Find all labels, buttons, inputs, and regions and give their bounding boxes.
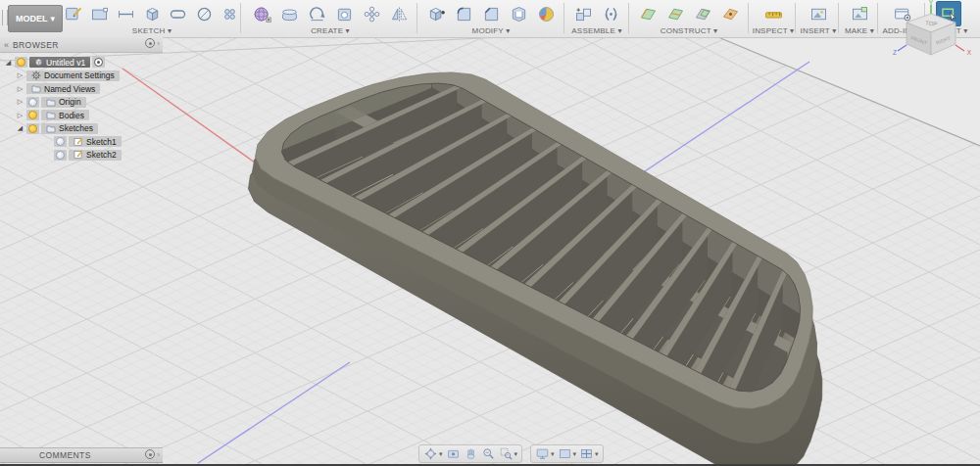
axis-plane-icon[interactable]: [691, 2, 714, 25]
comments-chevron-icon[interactable]: ›: [157, 450, 160, 459]
toolbar-group-label[interactable]: MAKE ▾: [841, 26, 878, 35]
press-pull-icon[interactable]: [424, 2, 448, 25]
expand-arrow-icon[interactable]: ▷: [16, 98, 24, 106]
circle-icon[interactable]: [193, 2, 216, 25]
toolbar-group-label[interactable]: CONSTRUCT ▾: [631, 26, 747, 35]
insert-image-icon[interactable]: [807, 2, 830, 25]
browser-panel: « BROWSER › ◢Untitled v1▷Document Settin…: [0, 37, 163, 162]
component-icon: [34, 58, 43, 67]
expand-arrow-icon[interactable]: ▷: [16, 71, 24, 79]
browser-item-pill[interactable]: Named Views: [26, 83, 100, 94]
visibility-bulb-icon[interactable]: [15, 57, 27, 68]
browser-item-sketch2[interactable]: Sketch2: [0, 149, 163, 163]
offset-plane-icon[interactable]: [636, 2, 660, 25]
browser-item-pill[interactable]: Sketch2: [69, 150, 122, 161]
visibility-bulb-icon[interactable]: [26, 97, 39, 108]
hole-icon[interactable]: [332, 2, 356, 25]
pattern-icon[interactable]: [360, 2, 383, 25]
navigation-bar: ▾▾▾▾▾: [418, 444, 604, 463]
mirror-icon[interactable]: [387, 2, 411, 25]
workspace-label: MODEL: [16, 14, 48, 23]
comments-options-icon[interactable]: [145, 449, 155, 459]
browser-header[interactable]: « BROWSER ›: [0, 37, 163, 53]
browser-item-bodies[interactable]: ▷Bodies: [0, 109, 163, 122]
visibility-bulb-icon[interactable]: [26, 110, 39, 120]
midplane-icon[interactable]: [663, 2, 687, 25]
toolbar-group-label[interactable]: SKETCH ▾: [63, 26, 241, 35]
print-icon[interactable]: [848, 2, 871, 25]
fusion360-window: { "app": { "workspace_label": "MODEL", "…: [0, 0, 980, 466]
rectangle-icon[interactable]: [89, 2, 112, 25]
browser-item-pill[interactable]: Sketches: [41, 123, 98, 134]
caret-down-icon[interactable]: ▾: [573, 450, 577, 458]
browser-item-pill[interactable]: Origin: [41, 97, 86, 108]
line-icon[interactable]: [115, 2, 137, 25]
browser-item-pill[interactable]: Document Settings: [26, 70, 120, 81]
measure-icon[interactable]: [761, 2, 785, 25]
browser-item-named-views[interactable]: ▷Named Views: [0, 82, 163, 96]
fit-button[interactable]: ▾: [498, 446, 519, 461]
toolbar-group-label[interactable]: ASSEMBLE ▾: [566, 26, 627, 35]
form-sphere-icon[interactable]: [250, 2, 273, 25]
slot-icon[interactable]: [167, 2, 189, 25]
shell-icon[interactable]: [507, 2, 530, 25]
view-cube[interactable]: TOP FRONT RIGHT Y Z X: [890, 0, 974, 61]
browser-item-pill[interactable]: Sketch1: [69, 136, 122, 147]
visibility-bulb-icon[interactable]: [54, 136, 67, 147]
toolbar-divider: [795, 3, 796, 33]
collapse-arrow-icon[interactable]: ◢: [16, 124, 24, 132]
extrude-box-icon[interactable]: [141, 2, 164, 25]
toolbar-group-construct: CONSTRUCT ▾: [631, 0, 747, 37]
toolbar-group-label[interactable]: CREATE ▾: [243, 26, 417, 35]
browser-item-sketch1[interactable]: Sketch1: [0, 135, 163, 149]
panel-chevron-icon[interactable]: ›: [157, 39, 160, 48]
toolbar-group-label[interactable]: INSPECT ▾: [751, 26, 796, 35]
expand-arrow-icon[interactable]: ▷: [16, 85, 24, 93]
caret-down-icon[interactable]: ▾: [439, 450, 443, 458]
toolbar-group-create: CREATE ▾: [243, 0, 417, 37]
browser-item-label: Origin: [59, 97, 81, 107]
point-plane-icon[interactable]: [718, 2, 742, 25]
viewports-button[interactable]: ▾: [578, 446, 600, 461]
toolbar-group-label[interactable]: MODIFY ▾: [419, 26, 563, 35]
revolve-icon[interactable]: [305, 2, 328, 25]
comments-bar[interactable]: COMMENTS ›: [0, 447, 163, 463]
chamfer-icon[interactable]: [479, 2, 503, 25]
workspace-selector[interactable]: MODEL▾: [8, 5, 63, 32]
collapse-panel-icon[interactable]: «: [4, 40, 9, 50]
folder-icon: [46, 98, 56, 107]
folder-icon: [46, 124, 56, 133]
nav-button-group: ▾▾: [418, 444, 522, 463]
joint-icon[interactable]: [599, 2, 622, 25]
visibility-bulb-icon[interactable]: [54, 150, 67, 161]
appearance-icon[interactable]: [534, 2, 558, 25]
browser-item-pill[interactable]: Bodies: [41, 110, 89, 120]
activate-component-radio[interactable]: [92, 57, 105, 68]
browser-item-document-settings[interactable]: ▷Document Settings: [0, 70, 163, 83]
caret-down-icon[interactable]: ▾: [514, 450, 518, 458]
visibility-bulb-icon[interactable]: [26, 123, 39, 134]
pan-button[interactable]: [463, 446, 479, 461]
toolbar-group-label[interactable]: INSERT ▾: [798, 26, 839, 35]
fillet-icon[interactable]: [452, 2, 475, 25]
browser-item-label: Named Views: [44, 84, 95, 94]
caret-down-icon[interactable]: ▾: [595, 450, 599, 458]
panel-options-icon[interactable]: [145, 38, 155, 48]
zoom-button[interactable]: [480, 446, 497, 461]
browser-item-pill[interactable]: Untitled v1: [29, 57, 90, 68]
display-settings-button[interactable]: ▾: [534, 446, 556, 461]
look-at-button[interactable]: [445, 446, 462, 461]
loft-icon[interactable]: [277, 2, 301, 25]
point-pattern-icon[interactable]: [219, 2, 241, 25]
browser-item-origin[interactable]: ▷Origin: [0, 96, 163, 110]
caret-down-icon[interactable]: ▾: [551, 450, 555, 458]
browser-item-untitled-v1[interactable]: ◢Untitled v1: [0, 56, 163, 70]
collapse-arrow-icon[interactable]: ◢: [4, 59, 13, 67]
new-component-icon[interactable]: [571, 2, 595, 25]
orbit-button[interactable]: ▾: [422, 446, 444, 461]
expand-arrow-icon[interactable]: ▷: [16, 112, 24, 119]
grid-settings-button[interactable]: ▾: [557, 446, 578, 461]
create-sketch-icon[interactable]: [63, 2, 85, 25]
toolbar-divider: [564, 3, 564, 33]
browser-item-sketches[interactable]: ◢Sketches: [0, 122, 163, 136]
